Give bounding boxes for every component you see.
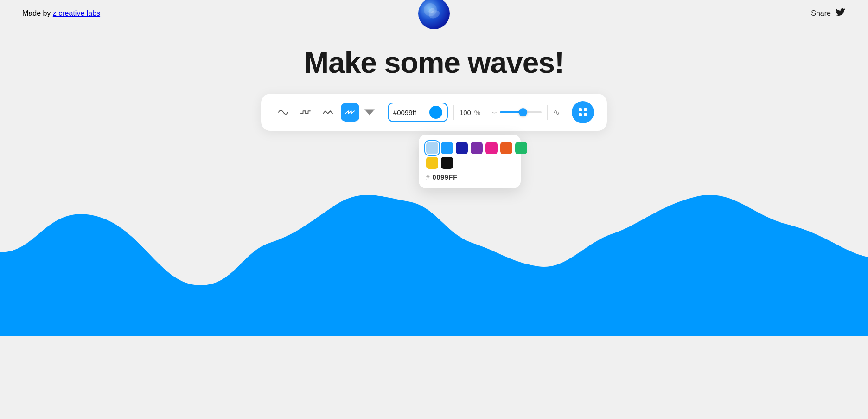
made-by-text: Made by z creative labs [22,9,100,18]
color-picker-dropdown: # [419,135,521,188]
swatch-orange[interactable] [500,142,512,154]
made-by-label: Made by [22,9,53,17]
divider-5 [566,105,566,120]
svg-point-2 [428,7,435,14]
swatch-yellow[interactable] [426,157,438,169]
color-input-group[interactable]: #0099ff [388,103,448,122]
svg-rect-5 [579,113,582,116]
divider-2 [453,105,454,120]
share-label: Share [811,9,831,18]
hero-title: Make some waves! [0,45,868,80]
svg-point-0 [425,4,443,23]
swatch-purple[interactable] [471,142,483,154]
wave-type-sine[interactable] [274,103,293,122]
divider-3 [486,105,486,120]
amplitude-slider-group[interactable]: ⌣ [492,108,542,116]
slider-thumb[interactable] [519,108,527,116]
opacity-group: 100 % [460,109,480,116]
svg-rect-3 [579,108,582,111]
divider-4 [547,105,548,120]
wave-type-step[interactable] [296,103,315,122]
header: Made by z creative labs Share [0,0,868,27]
color-hex-display: #0099ff [393,109,426,116]
swatch-dark-blue[interactable] [456,142,468,154]
opacity-value: 100 [460,109,472,116]
swatch-black[interactable] [441,157,453,169]
svg-rect-4 [584,108,587,111]
z-creative-labs-link[interactable]: z creative labs [53,9,100,17]
action-button[interactable] [572,101,594,123]
color-circle-button[interactable] [429,106,442,119]
toolbar-wrapper: #0099ff 100 % ⌣ ∿ [0,94,868,131]
chevron-down-icon [364,107,375,117]
wave-type-sawtooth[interactable] [341,103,359,122]
twitter-icon [836,8,846,19]
hex-input[interactable] [433,174,470,181]
wave-type-dropdown[interactable] [363,106,376,119]
swatch-green[interactable] [515,142,527,154]
hex-input-row[interactable]: # [426,174,513,181]
swatch-blue[interactable] [441,142,453,154]
divider-1 [382,105,382,120]
opacity-unit: % [474,109,480,116]
share-area[interactable]: Share [811,8,846,19]
logo-image [418,0,450,29]
slider-min-icon: ⌣ [492,108,497,116]
swatch-light-blue[interactable] [426,142,438,154]
logo-svg [425,4,443,23]
grid-icon [578,107,588,117]
svg-rect-6 [584,113,587,116]
color-swatches-grid [426,142,513,169]
logo [418,0,450,29]
hero-section: Make some waves! [0,27,868,94]
hash-symbol: # [426,174,430,181]
toolbar: #0099ff 100 % ⌣ ∿ [261,94,607,131]
noise-icon: ∿ [553,107,560,117]
svg-point-1 [428,9,441,19]
wave-type-triangle[interactable] [319,103,337,122]
wave-path [0,195,868,336]
swatch-pink[interactable] [485,142,498,154]
amplitude-slider-track[interactable] [500,111,542,113]
